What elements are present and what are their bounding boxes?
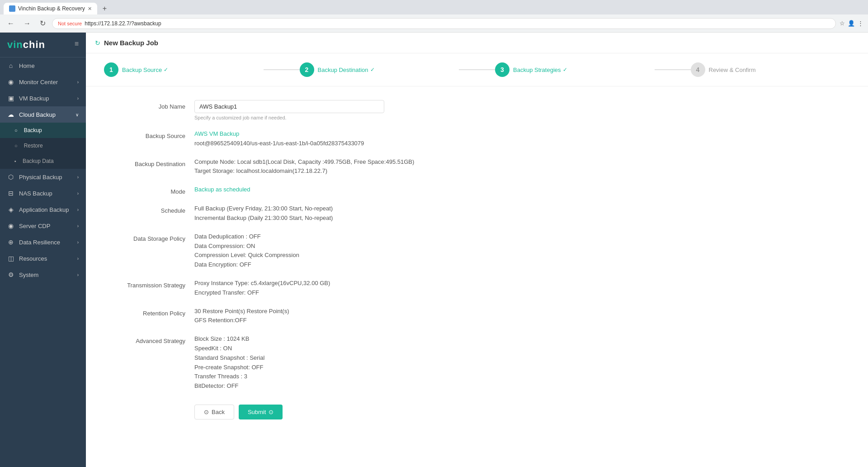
job-name-label: Job Name bbox=[113, 100, 194, 110]
sidebar-menu-button[interactable]: ≡ bbox=[75, 40, 79, 48]
active-tab[interactable]: Vinchin Backup & Recovery ✕ bbox=[4, 3, 97, 14]
data-storage-label: Data Storage Policy bbox=[113, 232, 194, 242]
sidebar-item-restore[interactable]: ○ Restore bbox=[0, 138, 86, 153]
new-tab-button[interactable]: + bbox=[99, 3, 110, 14]
sidebar-item-physical-backup[interactable]: ⬡ Physical Backup › bbox=[0, 169, 86, 185]
transmission-value: Proxy Instance Type: c5.4xlarge(16vCPU,3… bbox=[194, 279, 556, 298]
job-name-row: Job Name Specify a customized job name i… bbox=[113, 100, 556, 120]
tab-close-btn[interactable]: ✕ bbox=[88, 6, 92, 12]
chevron-right-icon: › bbox=[77, 80, 79, 85]
sidebar-label-backup-data: Backup Data bbox=[23, 158, 54, 164]
profile-icon[interactable]: 👤 bbox=[848, 20, 855, 27]
schedule-line2: Incremental Backup (Daily 21:30:00 Start… bbox=[194, 214, 556, 223]
backup-destination-value: Compute Node: Local sdb1(Local Disk, Cap… bbox=[194, 157, 556, 176]
url-display: https://172.18.22.7/?awsbackup bbox=[85, 20, 161, 27]
step-4: 4 Review & Confirm bbox=[691, 62, 850, 77]
sidebar-item-nas-backup[interactable]: ⊟ NAS Backup › bbox=[0, 185, 86, 201]
advanced-row: Advanced Strategy Block Size : 1024 KB S… bbox=[113, 334, 556, 391]
schedule-line1: Full Backup (Every Friday, 21:30:00 Star… bbox=[194, 204, 556, 214]
retention-row: Retention Policy 30 Restore Point(s) Res… bbox=[113, 307, 556, 326]
menu-icon[interactable]: ⋮ bbox=[858, 20, 863, 27]
sidebar-item-server-cdp[interactable]: ◉ Server CDP › bbox=[0, 218, 86, 234]
step-2-check: ✓ bbox=[370, 67, 375, 73]
step-3-circle: 3 bbox=[495, 62, 509, 77]
sidebar-item-monitor-center[interactable]: ◉ Monitor Center › bbox=[0, 74, 86, 90]
step-divider-1 bbox=[264, 69, 300, 70]
cdp-icon: ◉ bbox=[7, 222, 14, 229]
retention-value: 30 Restore Point(s) Restore Point(s) GFS… bbox=[194, 307, 556, 326]
nas-icon: ⊟ bbox=[7, 190, 14, 197]
sidebar-item-data-resilience[interactable]: ⊕ Data Resilience › bbox=[0, 234, 86, 250]
schedule-label: Schedule bbox=[113, 204, 194, 214]
transmission-label: Transmission Strategy bbox=[113, 279, 194, 289]
sidebar-label-vm: VM Backup bbox=[19, 95, 49, 102]
restore-icon: ○ bbox=[14, 143, 18, 148]
mode-text: Backup as scheduled bbox=[194, 186, 250, 193]
sidebar-item-backup-data[interactable]: ▪ Backup Data bbox=[0, 153, 86, 169]
step-4-label: Review & Confirm bbox=[709, 67, 756, 73]
sidebar-label-resilience: Data Resilience bbox=[19, 239, 60, 246]
backup-source-label: Backup Source bbox=[113, 129, 194, 139]
tab-favicon bbox=[9, 5, 15, 12]
storage-line3: Compression Level: Quick Compression bbox=[194, 251, 556, 260]
sidebar-label-system: System bbox=[19, 272, 38, 278]
retention-line1: 30 Restore Point(s) Restore Point(s) bbox=[194, 307, 556, 316]
tab-title: Vinchin Backup & Recovery bbox=[18, 5, 85, 12]
advanced-line6: BitDetector: OFF bbox=[194, 381, 556, 391]
backup-destination-row: Backup Destination Compute Node: Local s… bbox=[113, 157, 556, 176]
job-name-value: Specify a customized job name if needed. bbox=[194, 100, 556, 120]
back-icon: ⊙ bbox=[204, 409, 209, 415]
main-content: ↻ New Backup Job 1 Backup Source ✓ 2 bbox=[86, 33, 868, 467]
advanced-line5: Transfer Threads : 3 bbox=[194, 372, 556, 381]
mode-row: Mode Backup as scheduled bbox=[113, 185, 556, 195]
resilience-icon: ⊕ bbox=[7, 238, 14, 246]
transmission-line2: Encrypted Transfer: OFF bbox=[194, 288, 556, 298]
app-icon: ◈ bbox=[7, 206, 14, 213]
step-3: 3 Backup Strategies ✓ bbox=[495, 62, 655, 77]
storage-line4: Data Encryption: OFF bbox=[194, 260, 556, 270]
sidebar-item-system[interactable]: ⚙ System › bbox=[0, 267, 86, 283]
chevron-right-icon: › bbox=[77, 224, 79, 229]
back-button[interactable]: ⊙ Back bbox=[194, 405, 234, 419]
sidebar-item-application-backup[interactable]: ◈ Application Backup › bbox=[0, 201, 86, 218]
sidebar-label-home: Home bbox=[19, 62, 35, 69]
address-bar[interactable]: Not secure https://172.18.22.7/?awsbacku… bbox=[52, 18, 836, 29]
sidebar-item-resources[interactable]: ◫ Resources › bbox=[0, 250, 86, 267]
bookmark-icon[interactable]: ☆ bbox=[840, 20, 845, 27]
browser-tabs: Vinchin Backup & Recovery ✕ + bbox=[4, 3, 864, 14]
sidebar-item-vm-backup[interactable]: ▣ VM Backup › bbox=[0, 90, 86, 106]
backup-destination-label: Backup Destination bbox=[113, 157, 194, 167]
transmission-text: Proxy Instance Type: c5.4xlarge(16vCPU,3… bbox=[194, 279, 556, 298]
sidebar-label-resources: Resources bbox=[19, 255, 47, 262]
transmission-line1: Proxy Instance Type: c5.4xlarge(16vCPU,3… bbox=[194, 279, 556, 288]
sidebar-label-application: Application Backup bbox=[19, 206, 69, 213]
submit-icon: ⊙ bbox=[269, 409, 274, 415]
browser-nav: ← → ↻ Not secure https://172.18.22.7/?aw… bbox=[0, 14, 868, 33]
backup-destination-text: Compute Node: Local sdb1(Local Disk, Cap… bbox=[194, 157, 556, 176]
backup-dest-line1: Compute Node: Local sdb1(Local Disk, Cap… bbox=[194, 157, 556, 167]
step-2-circle: 2 bbox=[300, 62, 314, 77]
sidebar-item-backup[interactable]: ○ Backup bbox=[0, 123, 86, 138]
refresh-icon[interactable]: ↻ bbox=[95, 39, 100, 47]
sidebar-item-cloud-backup[interactable]: ☁ Cloud Backup ∨ bbox=[0, 106, 86, 123]
schedule-value: Full Backup (Every Friday, 21:30:00 Star… bbox=[194, 204, 556, 223]
data-storage-text: Data Deduplication : OFF Data Compressio… bbox=[194, 232, 556, 270]
advanced-line3: Standard Snapshot : Serial bbox=[194, 353, 556, 363]
step-1: 1 Backup Source ✓ bbox=[104, 62, 264, 77]
data-storage-row: Data Storage Policy Data Deduplication :… bbox=[113, 232, 556, 270]
data-icon: ▪ bbox=[14, 158, 16, 164]
sidebar-item-home[interactable]: ⌂ Home bbox=[0, 57, 86, 74]
job-name-input[interactable] bbox=[194, 100, 384, 113]
nav-actions: ☆ 👤 ⋮ bbox=[840, 20, 863, 27]
forward-button[interactable]: → bbox=[21, 18, 33, 29]
step-3-label: Backup Strategies ✓ bbox=[513, 67, 567, 73]
advanced-line2: SpeedKit : ON bbox=[194, 344, 556, 353]
submit-button[interactable]: Submit ⊙ bbox=[239, 405, 283, 419]
storage-line2: Data Compression: ON bbox=[194, 242, 556, 251]
chevron-right-icon: › bbox=[77, 272, 79, 277]
reload-button[interactable]: ↻ bbox=[37, 17, 48, 29]
retention-label: Retention Policy bbox=[113, 307, 194, 317]
back-button[interactable]: ← bbox=[5, 18, 17, 29]
step-2-label: Backup Destination ✓ bbox=[318, 67, 375, 73]
sidebar-label-cloud: Cloud Backup bbox=[19, 111, 56, 118]
